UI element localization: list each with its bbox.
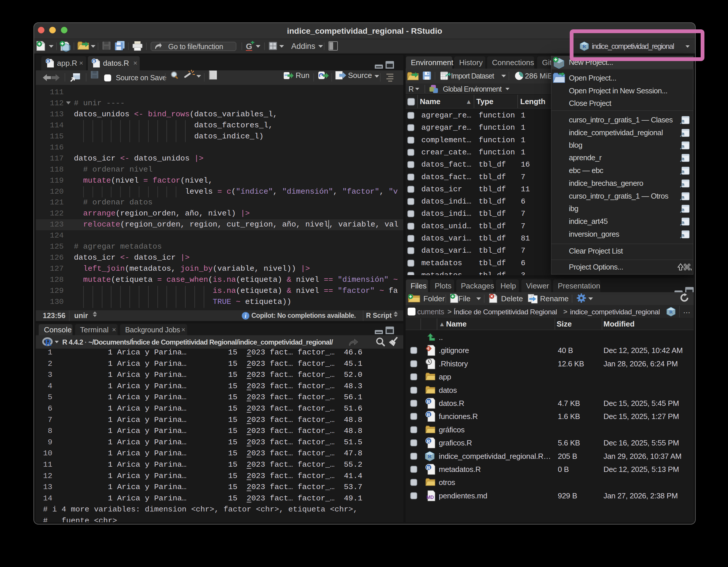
svg-text:R: R	[428, 453, 432, 459]
svg-text:R: R	[669, 309, 673, 314]
svg-text:R: R	[47, 59, 50, 64]
svg-text:R: R	[427, 412, 431, 417]
svg-text:MD: MD	[427, 495, 434, 500]
svg-text:G: G	[246, 42, 252, 51]
svg-text:R: R	[427, 399, 431, 404]
svg-text:R: R	[427, 438, 431, 444]
svg-text:R: R	[427, 465, 431, 470]
svg-text:R: R	[45, 337, 52, 346]
svg-text:i: i	[245, 312, 246, 319]
svg-text:R: R	[93, 59, 96, 64]
